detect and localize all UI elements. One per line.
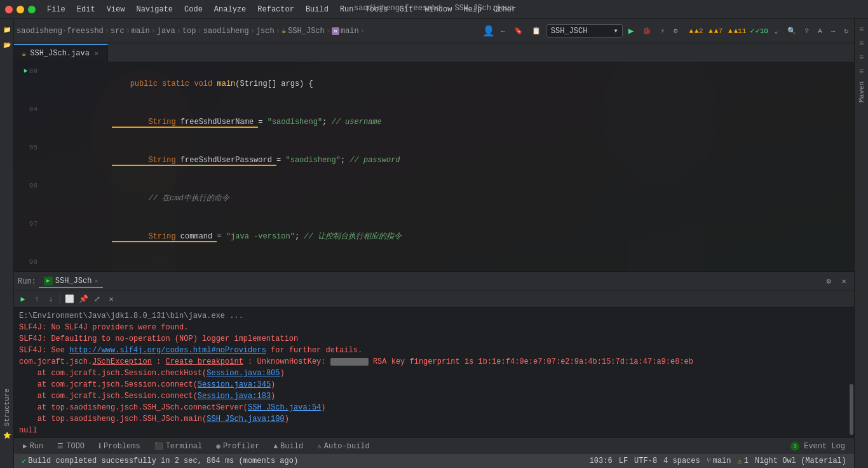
output-line-5: com.jcraft.jsch.JSchException : Create b… xyxy=(19,356,849,368)
slf4j-link[interactable]: http://www.slf4j.org/codes.html#noProvid… xyxy=(69,346,266,355)
output-line-4: SLF4J: See http://www.slf4j.org/codes.ht… xyxy=(19,345,849,356)
breakpoint-link[interactable]: Create breakpoint xyxy=(165,357,243,366)
right-tool-4[interactable]: ≡ xyxy=(856,66,867,78)
menu-code[interactable]: Code xyxy=(179,4,208,15)
breadcrumb-ssh-jsch[interactable]: ☕ SSH_JSch xyxy=(281,26,325,36)
expand-button[interactable]: ⌄ xyxy=(771,25,782,37)
maximize-button[interactable]: + xyxy=(28,6,36,13)
settings-button[interactable]: ⚙ xyxy=(670,25,681,37)
status-left: ✓ Build completed successfully in 2 sec,… xyxy=(19,457,585,466)
status-bar: ✓ Build completed successfully in 2 sec,… xyxy=(14,454,854,468)
copy-button[interactable]: 📋 xyxy=(529,25,544,37)
check-badge: ✓✓10 xyxy=(750,27,768,35)
build-status[interactable]: ✓ Build completed successfully in 2 sec,… xyxy=(19,457,301,466)
menu-build[interactable]: Build xyxy=(301,4,334,15)
favorites-icon[interactable]: ⭐ xyxy=(1,430,13,441)
bookmark-button[interactable]: 🔖 xyxy=(511,25,526,37)
bottom-tab-problems[interactable]: ℹ Problems xyxy=(92,439,147,453)
bottom-tab-event-log[interactable]: 3 Event Log xyxy=(784,439,851,453)
utf-indicator[interactable]: UTF-8 xyxy=(632,457,660,465)
right-tool-3[interactable]: ≡ xyxy=(856,52,867,64)
bottom-tab-terminal[interactable]: ⬛ Terminal xyxy=(148,439,209,453)
run-button[interactable]: ▶ xyxy=(625,24,637,38)
breadcrumb-main-method[interactable]: main xyxy=(341,27,359,36)
run-tab-close[interactable]: ✕ xyxy=(94,277,98,285)
menu-navigate[interactable]: Navigate xyxy=(131,4,178,15)
structure-sidebar-label[interactable]: Structure xyxy=(2,386,12,429)
profiler-label: Profiler xyxy=(223,442,260,451)
content-area: saodisheng-freesshd › src › main › java … xyxy=(14,19,854,468)
indent-indicator[interactable]: 4 spaces xyxy=(661,457,703,465)
breadcrumb-saodisheng[interactable]: saodisheng xyxy=(203,27,249,36)
menu-file[interactable]: File xyxy=(42,4,71,15)
breadcrumb-project[interactable]: saodisheng-freesshd xyxy=(17,27,104,36)
breadcrumb-java[interactable]: java xyxy=(157,27,175,36)
breadcrumb: saodisheng-freesshd › src › main › java … xyxy=(17,26,481,36)
bottom-tab-profiler[interactable]: ◉ Profiler xyxy=(210,439,266,453)
pin-button[interactable]: 📌 xyxy=(77,293,90,306)
run-config-selector[interactable]: SSH_JSCH ▾ xyxy=(546,24,623,38)
back-button[interactable]: ← xyxy=(498,25,508,37)
scroll-down-button[interactable]: ↓ xyxy=(44,293,57,306)
jschexception-link[interactable]: JSchException xyxy=(92,357,152,366)
coverage-button[interactable]: ⚡ xyxy=(657,25,668,37)
project-icon[interactable]: 📁 xyxy=(1,24,13,36)
bottom-tab-run[interactable]: ▶ Run xyxy=(17,439,50,453)
run-panel-close[interactable]: ✕ xyxy=(837,275,850,288)
close-run-button[interactable]: ✕ xyxy=(105,293,118,306)
lf-indicator[interactable]: LF xyxy=(616,457,630,465)
bottom-tab-todo[interactable]: ☰ TODO xyxy=(51,439,91,453)
window-controls[interactable]: ✕ − + xyxy=(5,6,36,13)
breadcrumb-top[interactable]: top xyxy=(182,27,196,36)
update-button[interactable]: ↻ xyxy=(841,25,851,37)
scroll-up-button[interactable]: ↑ xyxy=(31,293,43,306)
ssh-jsch-link-1[interactable]: SSH_JSch.java:54 xyxy=(248,403,321,412)
right-tool-2[interactable]: ≡ xyxy=(856,38,867,50)
folder-icon[interactable]: 📂 xyxy=(1,39,13,51)
ssh-jsch-link-2[interactable]: SSH_JSch.java:100 xyxy=(207,415,284,423)
menu-analyze[interactable]: Analyze xyxy=(209,4,251,15)
bottom-tab-auto-build[interactable]: ⚠ Auto-build xyxy=(311,439,376,453)
search-button[interactable]: 🔍 xyxy=(784,25,799,37)
output-line-8: at com.jcraft.jsch.Session.connect(Sessi… xyxy=(19,390,849,402)
menu-edit[interactable]: Edit xyxy=(72,4,100,15)
help-button[interactable]: ? xyxy=(802,25,813,37)
cursor-position[interactable]: 103:6 xyxy=(587,457,615,465)
output-line-1: E:\Environment\Java\jdk1.8.0_131\bin\jav… xyxy=(19,310,849,322)
tab-close-button[interactable]: ✕ xyxy=(93,50,100,57)
editor-tab-ssh-jsch[interactable]: ☕ SSH_JSch.java ✕ xyxy=(14,44,108,62)
right-tool-1[interactable]: ≡ xyxy=(856,24,867,36)
exec-arrow: ▶ xyxy=(24,65,28,78)
session-link-3[interactable]: Session.java:183 xyxy=(198,392,271,401)
run-panel-settings[interactable]: ⚙ xyxy=(822,275,835,288)
bottom-tab-build[interactable]: ▲ Build xyxy=(268,439,310,453)
close-button[interactable]: ✕ xyxy=(5,6,13,13)
breadcrumb-src[interactable]: src xyxy=(111,27,125,36)
session-link-1[interactable]: Session.java:805 xyxy=(207,369,280,378)
git-icon[interactable]: 👤 xyxy=(482,25,495,38)
main-layout: 📁 📂 Structure ⭐ saodisheng-freesshd › sr… xyxy=(0,19,868,468)
translate-button[interactable]: A xyxy=(815,25,825,37)
menu-refactor[interactable]: Refactor xyxy=(252,4,299,15)
method-icon: m xyxy=(332,27,339,35)
rerun-button[interactable]: ▶ xyxy=(17,293,29,306)
minimize-button[interactable]: − xyxy=(17,6,24,13)
menu-view[interactable]: View xyxy=(102,4,130,15)
debug-button[interactable]: 🐞 xyxy=(639,25,654,37)
git-branch-icon: ⑂ xyxy=(707,457,711,465)
session-link-2[interactable]: Session.java:345 xyxy=(198,380,271,389)
breadcrumb-jsch[interactable]: jsch xyxy=(256,27,275,36)
forward-button[interactable]: → xyxy=(828,25,839,37)
profiler-icon: ◉ xyxy=(216,442,220,450)
expand-run-button[interactable]: ⤢ xyxy=(91,293,104,306)
code-line-95: 95 String freeSshdUserPassword = "saodis… xyxy=(14,141,854,179)
breadcrumb-main[interactable]: main xyxy=(132,27,150,36)
editor-panel[interactable]: ▶ 89 public static void main(String[] ar… xyxy=(14,62,854,271)
maven-sidebar-label[interactable]: Maven xyxy=(857,79,867,105)
theme-indicator[interactable]: Night Owl (Material) xyxy=(752,457,849,465)
warning-count[interactable]: ⚠ 1 xyxy=(735,457,751,466)
stop-button[interactable]: ⬜ xyxy=(63,293,76,306)
todo-label: TODO xyxy=(66,442,85,451)
run-panel-tab[interactable]: ▶ SSH_JSch ✕ xyxy=(39,275,104,288)
git-branch[interactable]: ⑂ main xyxy=(704,457,734,465)
